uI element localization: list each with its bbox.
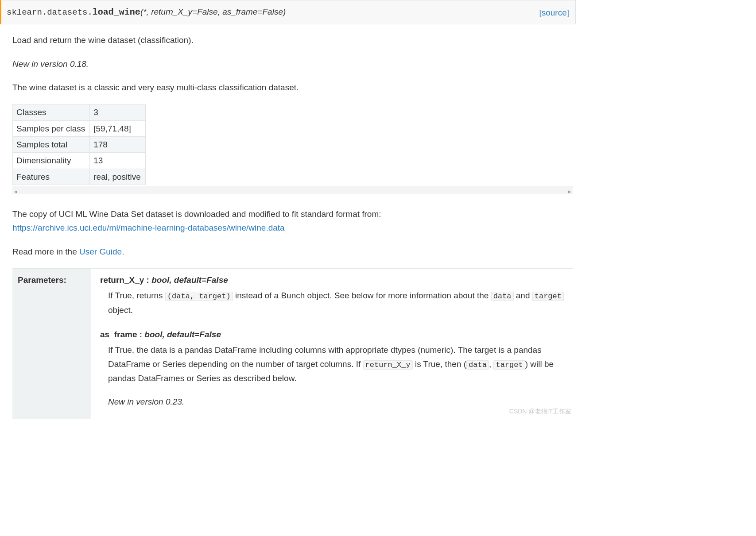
parameters-fieldlist: Parameters: return_X_y : bool, default=F… — [12, 268, 573, 419]
param-type: bool, default=False — [151, 275, 228, 285]
param-text: If True, returns — [108, 291, 165, 300]
user-guide-link[interactable]: User Guide — [79, 247, 122, 256]
doc-body: Load and return the wine dataset (classi… — [0, 33, 576, 419]
source-link[interactable]: [source] — [539, 6, 569, 19]
scroll-right-icon: ▸ — [568, 187, 571, 196]
watermark: CSDN @老狼IT工作室 — [509, 406, 571, 416]
table-row: Samples total178 — [13, 137, 146, 153]
code-literal: data — [466, 360, 489, 370]
param-name: return_X_y — [100, 275, 144, 285]
table-row: Featuresreal, positive — [13, 169, 146, 185]
sig-params: (*, return_X_y=False, as_frame=False) — [140, 7, 286, 16]
code-literal: (data, target) — [165, 292, 233, 301]
table-key: Dimensionality — [13, 153, 90, 169]
table-val: real, positive — [90, 169, 146, 185]
parameters-body: return_X_y : bool, default=False If True… — [91, 269, 573, 419]
dataset-table: Classes3 Samples per class[59,71,48] Sam… — [12, 104, 146, 185]
table-key: Samples per class — [13, 120, 90, 136]
param-type: bool, default=False — [144, 330, 221, 339]
parameters-label: Parameters: — [12, 269, 91, 419]
sig-module: sklearn.datasets. — [7, 8, 93, 17]
param-text: is True, then ( — [413, 359, 466, 369]
table-row: Samples per class[59,71,48] — [13, 120, 146, 136]
uci-link[interactable]: https://archive.ics.uci.edu/ml/machine-l… — [12, 223, 285, 232]
intro-paragraph: The wine dataset is a classic and very e… — [12, 81, 573, 94]
param-description: If True, returns (data, target) instead … — [108, 289, 573, 316]
code-literal: target — [532, 292, 564, 301]
code-literal: data — [491, 292, 514, 301]
param-text: , — [489, 359, 494, 369]
scroll-left-icon: ◂ — [14, 187, 17, 196]
code-literal: return_X_y — [363, 360, 413, 370]
param-heading: return_X_y : bool, default=False — [100, 273, 573, 287]
param-text: instead of a Bunch object. See below for… — [233, 291, 491, 300]
param-name: as_frame — [100, 330, 137, 339]
table-scrollbar[interactable]: ◂ ▸ — [12, 186, 573, 194]
lead-paragraph: Load and return the wine dataset (classi… — [12, 33, 573, 47]
function-signature: sklearn.datasets.load_wine(*, return_X_y… — [0, 0, 576, 24]
table-val: 13 — [90, 153, 146, 169]
sig-funcname: load_wine — [93, 7, 140, 17]
table-val: [59,71,48] — [90, 120, 146, 136]
readmore-paragraph: Read more in the User Guide. — [12, 245, 573, 258]
table-val: 178 — [90, 137, 146, 153]
param-version: New in version 0.23. — [108, 395, 573, 409]
table-val: 3 — [90, 104, 146, 120]
version-added: New in version 0.18. — [12, 57, 573, 71]
table-key: Classes — [13, 104, 90, 120]
table-key: Features — [13, 169, 90, 185]
table-row: Dimensionality13 — [13, 153, 146, 169]
param-heading: as_frame : bool, default=False — [100, 328, 573, 341]
uci-pre-text: The copy of UCI ML Wine Data Set dataset… — [12, 209, 381, 219]
readmore-post: . — [122, 247, 124, 256]
table-row: Classes3 — [13, 104, 146, 120]
table-key: Samples total — [13, 137, 90, 153]
param-text: and — [514, 291, 532, 300]
param-description: If True, the data is a pandas DataFrame … — [108, 343, 573, 409]
readmore-pre: Read more in the — [12, 247, 79, 256]
param-text: object. — [108, 305, 133, 315]
uci-paragraph: The copy of UCI ML Wine Data Set dataset… — [12, 207, 573, 235]
code-literal: target — [493, 360, 525, 370]
